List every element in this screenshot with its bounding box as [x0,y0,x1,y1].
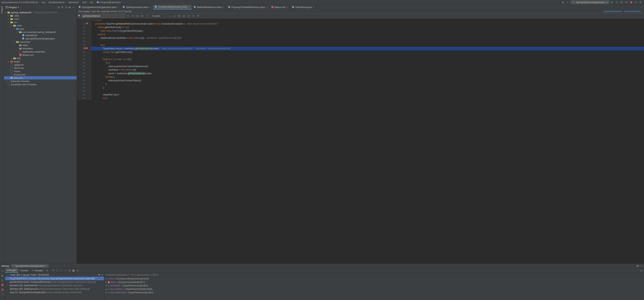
clear-find-icon[interactable]: ✕ [126,14,130,18]
breadcrumb-item[interactable]: spel [82,1,86,4]
tree-item[interactable]: .gitignore [4,63,77,66]
line-number[interactable]: 40 [77,79,88,82]
debug-settings-icon[interactable]: ⚙ [636,265,639,267]
coverage-button[interactable] [620,0,624,4]
tree-arrow-icon[interactable]: ▸ [8,15,10,17]
tree-item[interactable]: templates [4,47,77,50]
tree-item[interactable]: ▸.mvn [4,17,77,20]
find-input[interactable] [82,14,125,18]
tree-arrow-icon[interactable]: ▸ [5,80,7,82]
close-tab-icon[interactable]: × [266,6,268,8]
mute-breakpoints-icon[interactable] [1,293,4,296]
tab-console[interactable]: Console [18,269,30,273]
code-line[interactable]: 28 SpelNodeImpl nextNode = this.children… [77,36,644,40]
tree-item[interactable]: static [4,43,77,47]
code-line[interactable]: 34 for(int i = 1; i < cc - 1; ++i) { [77,57,644,61]
tree-item[interactable]: application.properties [4,50,77,53]
editor-tab[interactable]: Beans.xml× [270,5,290,9]
search-everywhere-icon[interactable] [634,0,638,4]
breakpoint-icon[interactable] [84,47,88,49]
line-number[interactable]: 29 [77,40,88,43]
threads-icon[interactable]: ≡ [45,269,49,273]
line-number[interactable]: 35 [77,61,88,64]
tree-arrow-icon[interactable]: ▾ [17,31,19,33]
line-number[interactable]: 28 [77,36,88,40]
variable-row[interactable]: ▸ ≡ this = {CompoundExpression@1844} [104,277,644,280]
code-line[interactable]: 40 state.popActiveContextObject(); [77,79,644,82]
code-line[interactable]: 38 result = nextNode.getValueInternal(st… [77,72,644,75]
line-number[interactable]: 30 [77,43,88,47]
variable-row[interactable]: ▸ ∞ this.children[0] = {TypeReference@18… [104,291,644,294]
filter-icon[interactable]: ▼ [196,14,200,18]
tree-arrow-icon[interactable]: ▸ [8,18,10,20]
line-number[interactable]: 43 [77,89,88,93]
tree-arrow-icon[interactable]: ▾ [14,28,16,30]
remove-selection-icon[interactable]: ⊟ [182,14,186,18]
line-number[interactable]: 41 [77,82,88,86]
tree-arrow-icon[interactable]: ▾ [11,24,13,26]
select-all-icon[interactable]: ▭ [172,14,176,18]
code-line[interactable]: 41 } [77,82,644,86]
trace-icon[interactable]: ▤ [75,269,79,273]
code-editor[interactable]: no usages 24 protected ValueRef getValue… [77,18,644,264]
resume-icon[interactable]: ▶ [1,274,4,277]
pause-icon[interactable]: ⏸ [1,278,4,282]
editor-tab[interactable]: CSpelExpression.class× [121,5,153,9]
variable-row[interactable]: ▸ ∞ this.children = {SpelNodeImpl[3]@185… [104,287,644,291]
tree-item[interactable]: ▾com.example.spring_helloworld [4,30,77,34]
variable-row[interactable]: ▸ ≡ nextNode = {TypeReference@1861} [104,284,644,287]
line-number[interactable]: 34 [77,57,88,61]
editor-tab[interactable]: CHelloWorld.java× [290,5,316,9]
code-line[interactable]: 42 } [77,86,644,89]
choose-sources-link[interactable]: Choose Sources... [624,10,642,13]
filter-frames-icon[interactable]: ▼ [98,274,100,276]
line-number[interactable]: 44 [77,93,88,97]
chevron-down-icon[interactable]: ▾ [18,6,19,9]
stack-frame[interactable]: ↪ getValueRef:53, CompoundExpression (or… [5,277,104,280]
line-number[interactable]: 31 [77,47,88,50]
regex-icon[interactable]: .* [145,14,149,18]
tree-arrow-icon[interactable]: ▾ [8,21,10,23]
prev-match-icon[interactable]: ↑ [163,14,167,18]
history-icon[interactable]: ↻ [131,14,135,18]
add-config-icon[interactable] [561,0,565,4]
tree-arrow-icon[interactable]: ▸ [11,57,13,59]
match-case-icon[interactable]: Cc [136,14,140,18]
breadcrumb-item[interactable]: spring-expression-5.1.9.RELEASE.jar [2,1,38,4]
close-tab-icon[interactable]: × [188,5,190,8]
download-sources-link[interactable]: Download Sources [604,10,622,13]
line-number[interactable]: 25 [77,25,88,29]
line-number[interactable]: 24 [77,22,88,26]
run-to-cursor-icon[interactable]: ⇥ [67,269,71,273]
close-tab-icon[interactable]: × [313,6,314,8]
tree-item[interactable]: CHelloWorld [4,34,77,37]
line-number[interactable]: 42 [77,86,88,89]
line-number[interactable]: 38 [77,72,88,75]
show-exec-icon[interactable]: ↷ [51,269,55,273]
tree-item[interactable]: Scratches and Consoles [4,83,77,86]
code-line[interactable]: 45 try { [77,96,644,100]
next-match-icon[interactable]: ↓ [168,14,172,18]
tree-item[interactable]: ▾java [4,27,77,30]
tree-item[interactable]: ▾spring_helloworld~/Projects/spring_hell… [4,11,77,14]
code-line[interactable]: 26 return this.children[0].getValueRef(s… [77,29,644,33]
view-breakpoints-icon[interactable] [1,288,4,292]
tree-item[interactable]: ▾src [4,20,77,24]
close-tab-icon[interactable]: × [150,6,151,8]
step-out-icon[interactable]: ↑ [63,269,67,273]
multiline-icon[interactable]: ≡ [191,14,195,18]
tree-item[interactable]: ▸.idea [4,14,77,17]
stack-frame[interactable]: getValueInternal:89, CompoundExpression … [5,280,104,284]
line-number[interactable]: 36 [77,64,88,68]
eval-input[interactable]: Evaluate expression (⌃⏎) or add a watch … [104,273,644,277]
editor-tab[interactable]: CPropertyOrFieldReference.class× [226,5,270,9]
code-line[interactable]: 39 } finally { [77,75,644,79]
stack-frame[interactable]: getValue:109, SpelNodeImpl (org.springfr… [5,284,104,287]
tree-arrow-icon[interactable]: ▾ [14,41,16,43]
stop-button[interactable] [629,0,633,4]
debug-hide-icon[interactable]: — [640,265,642,267]
tree-arrow-icon[interactable]: ▸ [8,60,10,62]
tree-item[interactable]: ▾main [4,24,77,27]
back-nav-icon[interactable]: ↶ [566,0,570,4]
debug-button[interactable] [615,0,619,4]
